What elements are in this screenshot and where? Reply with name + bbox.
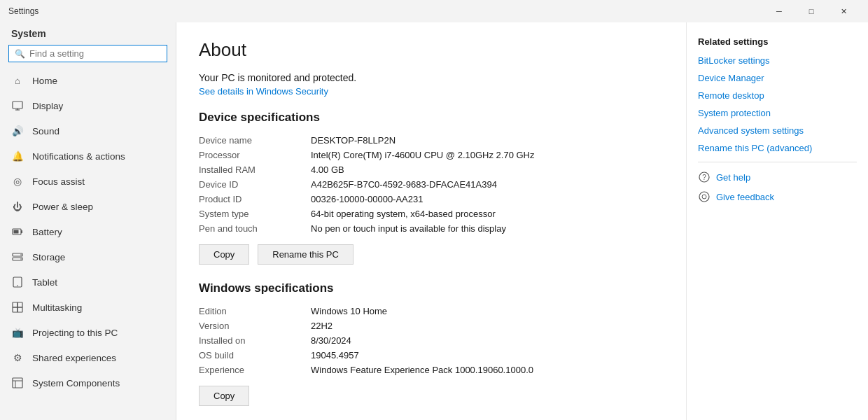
sidebar-item-shared[interactable]: ⚙ Shared experiences [0, 345, 176, 370]
window-controls: ─ □ ✕ [763, 0, 860, 22]
sidebar-item-notifications[interactable]: 🔔 Notifications & actions [0, 144, 176, 169]
spec-label: Installed RAM [199, 164, 311, 175]
sidebar-item-focus[interactable]: ◎ Focus assist [0, 169, 176, 194]
spec-value: Windows 10 Home [311, 306, 387, 316]
feedback-icon [698, 190, 710, 203]
system-section-label: System [0, 22, 176, 42]
svg-rect-5 [14, 230, 19, 234]
related-link-remote-desktop[interactable]: Remote desktop [698, 90, 857, 101]
sidebar-item-display[interactable]: Display [0, 93, 176, 118]
windows-specs-table: Edition Windows 10 Home Version 22H2 Ins… [199, 304, 664, 377]
battery-icon [11, 225, 24, 238]
system-components-icon [11, 377, 24, 389]
rename-pc-button[interactable]: Rename this PC [258, 244, 354, 265]
sidebar-item-label: Storage [32, 252, 65, 262]
sidebar-item-sound[interactable]: 🔊 Sound [0, 118, 176, 144]
copy-device-specs-button[interactable]: Copy [199, 244, 249, 265]
sidebar-item-projecting[interactable]: 📺 Projecting to this PC [0, 320, 176, 345]
sidebar-item-label: Projecting to this PC [32, 328, 118, 338]
close-button[interactable]: ✕ [827, 0, 860, 22]
sidebar-item-multitasking[interactable]: Multitasking [0, 295, 176, 320]
svg-point-21 [699, 192, 709, 202]
svg-point-22 [702, 195, 706, 199]
power-icon: ⏻ [11, 200, 24, 213]
sidebar-item-label: System Components [32, 378, 120, 388]
minimize-button[interactable]: ─ [763, 0, 795, 22]
related-settings-title: Related settings [698, 36, 857, 47]
spec-label: Device name [199, 135, 311, 146]
spec-label: Device ID [199, 179, 311, 190]
get-help-text: Get help [716, 172, 750, 183]
sidebar-item-label: Notifications & actions [32, 151, 125, 162]
security-link[interactable]: See details in Windows Security [199, 86, 664, 97]
sidebar-item-label: Multitasking [32, 302, 82, 313]
spec-value: A42B625F-B7C0-4592-9683-DFACAE41A394 [311, 179, 497, 190]
spec-row-installed-on: Installed on 8/30/2024 [199, 333, 664, 348]
multitasking-icon [11, 301, 24, 314]
svg-point-9 [20, 258, 22, 260]
display-icon [11, 99, 24, 112]
home-icon: ⌂ [11, 74, 24, 87]
projecting-icon: 📺 [11, 326, 24, 339]
spec-row-ram: Installed RAM 4.00 GB [199, 162, 664, 177]
spec-label: OS build [199, 350, 311, 360]
get-help-item[interactable]: ? Get help [698, 171, 857, 183]
sidebar-item-label: Display [32, 101, 63, 111]
tablet-icon [11, 276, 24, 288]
app-title: Settings [8, 6, 38, 16]
give-feedback-item[interactable]: Give feedback [698, 190, 857, 203]
maximize-button[interactable]: □ [795, 0, 827, 22]
spec-row-product-id: Product ID 00326-10000-00000-AA231 [199, 192, 664, 206]
related-link-bitlocker[interactable]: BitLocker settings [698, 55, 857, 66]
spec-value: No pen or touch input is available for t… [311, 223, 506, 234]
svg-rect-14 [13, 307, 18, 312]
svg-rect-13 [18, 302, 22, 307]
spec-value: 19045.4957 [311, 350, 359, 360]
spec-row-os-build: OS build 19045.4957 [199, 348, 664, 363]
device-actions: Copy Rename this PC [199, 244, 664, 270]
protected-text: Your PC is monitored and protected. [199, 72, 664, 83]
app-body: System 🔍 ⌂ Home Display 🔊 Sound 🔔 Notifi… [0, 22, 868, 420]
svg-rect-0 [13, 102, 22, 108]
related-link-advanced-system[interactable]: Advanced system settings [698, 125, 857, 136]
spec-value: Intel(R) Core(TM) i7-4600U CPU @ 2.10GHz… [311, 150, 535, 160]
sidebar: System 🔍 ⌂ Home Display 🔊 Sound 🔔 Notifi… [0, 22, 176, 420]
spec-row-experience: Experience Windows Feature Experience Pa… [199, 363, 664, 377]
spec-label: Product ID [199, 194, 311, 204]
protected-banner: Your PC is monitored and protected. See … [199, 72, 664, 97]
spec-row-edition: Edition Windows 10 Home [199, 304, 664, 318]
sidebar-item-label: Sound [32, 126, 59, 136]
sidebar-item-system-components[interactable]: System Components [0, 370, 176, 396]
sidebar-item-label: Battery [32, 227, 62, 237]
focus-icon: ◎ [11, 175, 24, 188]
spec-value: DESKTOP-F8LLP2N [311, 135, 396, 146]
spec-row-device-id: Device ID A42B625F-B7C0-4592-9683-DFACAE… [199, 177, 664, 192]
windows-actions: Copy [199, 386, 664, 412]
spec-label: Pen and touch [199, 223, 311, 234]
related-link-system-protection[interactable]: System protection [698, 108, 857, 118]
sidebar-item-home[interactable]: ⌂ Home [0, 68, 176, 93]
main-content: About Your PC is monitored and protected… [176, 22, 686, 420]
windows-specs-title: Windows specifications [199, 281, 664, 295]
sidebar-item-battery[interactable]: Battery [0, 219, 176, 244]
related-settings-panel: Related settings BitLocker settings Devi… [686, 22, 868, 420]
spec-value: 4.00 GB [311, 164, 344, 175]
related-link-device-manager[interactable]: Device Manager [698, 73, 857, 83]
sound-icon: 🔊 [11, 125, 24, 137]
spec-row-pen-touch: Pen and touch No pen or touch input is a… [199, 221, 664, 236]
search-box[interactable]: 🔍 [8, 45, 167, 62]
svg-rect-16 [13, 378, 22, 388]
svg-point-11 [17, 285, 18, 286]
copy-windows-specs-button[interactable]: Copy [199, 386, 249, 406]
sidebar-item-label: Power & sleep [32, 202, 93, 212]
spec-label: Version [199, 321, 311, 331]
spec-label: Installed on [199, 335, 311, 346]
spec-row-version: Version 22H2 [199, 318, 664, 333]
sidebar-item-tablet[interactable]: Tablet [0, 270, 176, 295]
related-link-rename-pc[interactable]: Rename this PC (advanced) [698, 143, 857, 153]
search-input[interactable] [29, 48, 161, 59]
svg-rect-12 [13, 302, 18, 307]
sidebar-item-storage[interactable]: Storage [0, 244, 176, 270]
sidebar-item-power[interactable]: ⏻ Power & sleep [0, 194, 176, 219]
svg-text:?: ? [702, 174, 706, 181]
